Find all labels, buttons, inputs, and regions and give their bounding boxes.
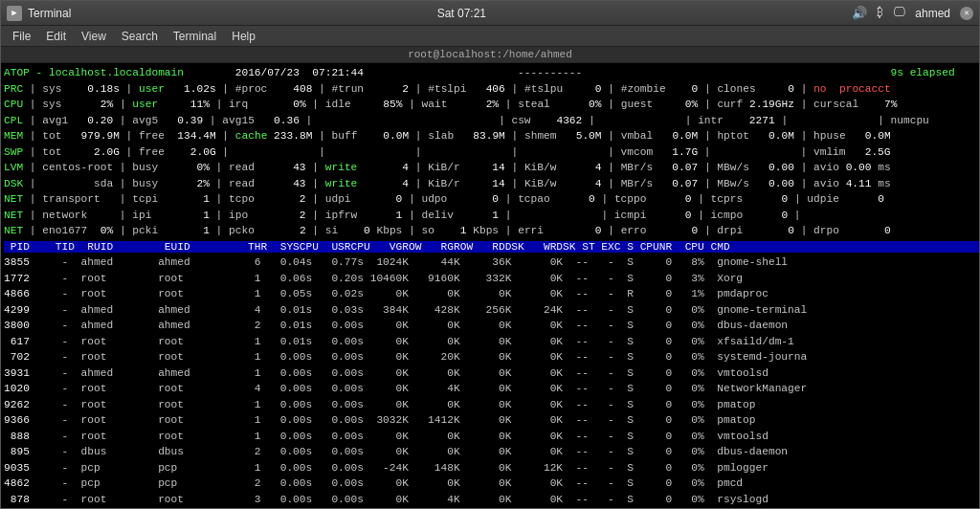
menu-search[interactable]: Search: [114, 28, 166, 45]
title-bar: ▶ Terminal Sat 07:21 🔊 ₿ 🖵 ahmed ✕: [1, 1, 979, 26]
menu-terminal[interactable]: Terminal: [166, 28, 224, 45]
window-title: Terminal: [28, 7, 71, 20]
terminal-body[interactable]: ATOP - localhost.localdomain 2016/07/23 …: [1, 63, 979, 508]
menu-edit[interactable]: Edit: [38, 28, 74, 45]
volume-icon[interactable]: 🔊: [852, 6, 867, 21]
display-icon[interactable]: 🖵: [893, 6, 905, 20]
bluetooth-icon[interactable]: ₿: [877, 6, 883, 20]
title-bar-right: 🔊 ₿ 🖵 ahmed ✕: [852, 6, 973, 21]
menu-help[interactable]: Help: [224, 28, 263, 45]
terminal-output: ATOP - localhost.localdomain 2016/07/23 …: [1, 65, 979, 506]
menu-view[interactable]: View: [74, 28, 114, 45]
window-frame: ▶ Terminal Sat 07:21 🔊 ₿ 🖵 ahmed ✕ File …: [0, 0, 980, 509]
system-clock: Sat 07:21: [437, 7, 486, 20]
menubar: File Edit View Search Terminal Help: [1, 26, 979, 47]
title-bar-left: ▶ Terminal: [7, 6, 71, 21]
menu-file[interactable]: File: [5, 28, 38, 45]
terminal-icon: ▶: [7, 6, 22, 21]
terminal-hostname: root@localhost:/home/ahmed: [1, 47, 979, 63]
close-button[interactable]: ✕: [960, 7, 973, 20]
user-menu[interactable]: ahmed: [915, 7, 950, 20]
